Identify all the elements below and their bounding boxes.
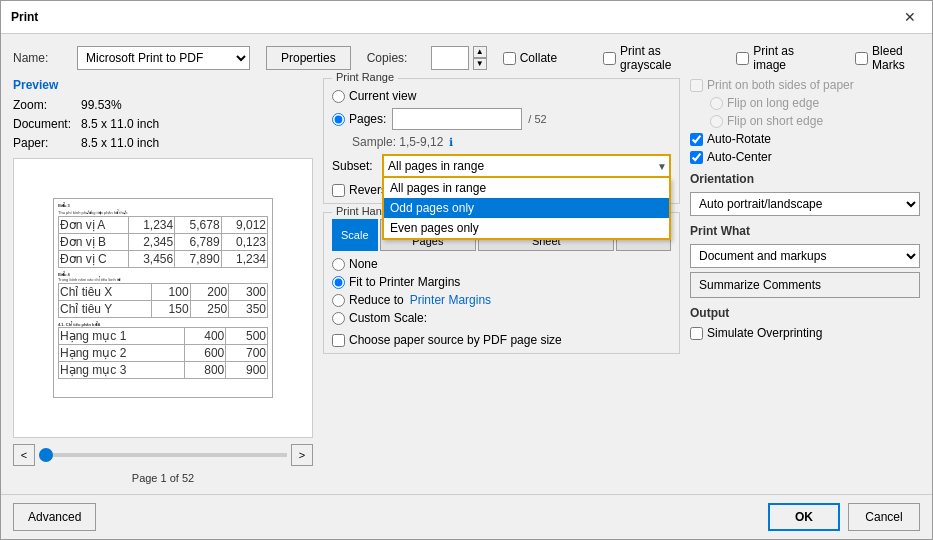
sample-row: Sample: 1,5-9,12 ℹ bbox=[332, 135, 671, 149]
choose-paper-checkbox[interactable] bbox=[332, 334, 345, 347]
output-title: Output bbox=[690, 306, 920, 320]
both-sides-checkbox[interactable] bbox=[690, 79, 703, 92]
print-range-group: Print Range Current view Pages: 1 - 52 bbox=[323, 78, 680, 204]
simulate-checkbox[interactable] bbox=[690, 327, 703, 340]
auto-center-checkbox[interactable] bbox=[690, 151, 703, 164]
none-radio[interactable] bbox=[332, 258, 345, 271]
ok-button[interactable]: OK bbox=[768, 503, 840, 531]
dropdown-item-all[interactable]: All pages in range bbox=[384, 178, 669, 198]
cancel-button[interactable]: Cancel bbox=[848, 503, 920, 531]
auto-rotate-label[interactable]: Auto-Rotate bbox=[690, 132, 920, 146]
output-section: Output Simulate Overprinting bbox=[690, 306, 920, 340]
print-what-select[interactable]: Document and markups bbox=[690, 244, 920, 268]
reduce-radio-label[interactable]: Reduce to bbox=[332, 293, 404, 307]
top-row: Name: Microsoft Print to PDF Properties … bbox=[13, 44, 920, 72]
page-info: Page 1 of 52 bbox=[13, 472, 313, 484]
grayscale-label[interactable]: Print as grayscale bbox=[603, 44, 690, 72]
print-dialog: Print ✕ Name: Microsoft Print to PDF Pro… bbox=[0, 0, 933, 540]
scale-options: None Fit to Printer Margins Reduce to Pr… bbox=[332, 257, 671, 347]
preview-meta: Zoom:99.53% Document:8.5 x 11.0 inch Pap… bbox=[13, 96, 313, 154]
auto-rotate-checkbox[interactable] bbox=[690, 133, 703, 146]
printer-select[interactable]: Microsoft Print to PDF bbox=[77, 46, 250, 70]
fit-margins-label[interactable]: Fit to Printer Margins bbox=[332, 275, 671, 289]
pages-row: Pages: 1 - 52 / 52 bbox=[332, 108, 671, 130]
copies-down[interactable]: ▼ bbox=[473, 58, 487, 70]
none-radio-label[interactable]: None bbox=[332, 257, 671, 271]
pages-input[interactable]: 1 - 52 bbox=[392, 108, 522, 130]
dialog-footer: Advanced OK Cancel bbox=[1, 494, 932, 539]
image-label[interactable]: Print as image bbox=[736, 44, 809, 72]
footer-right: OK Cancel bbox=[768, 503, 920, 531]
bleed-checkbox[interactable] bbox=[855, 52, 868, 65]
pages-radio-label[interactable]: Pages: bbox=[332, 112, 386, 126]
orientation-select[interactable]: Auto portrait/landscape bbox=[690, 192, 920, 216]
subset-label: Subset: bbox=[332, 159, 376, 173]
bleed-label[interactable]: Bleed Marks bbox=[855, 44, 920, 72]
main-content: Preview Zoom:99.53% Document:8.5 x 11.0 … bbox=[13, 78, 920, 484]
print-range-content: Current view Pages: 1 - 52 / 52 bbox=[332, 85, 671, 197]
both-sides-label[interactable]: Print on both sides of paper bbox=[690, 78, 920, 92]
print-range-title: Print Range bbox=[332, 71, 398, 83]
copies-label: Copies: bbox=[367, 51, 415, 65]
flip-short-radio[interactable] bbox=[710, 115, 723, 128]
flip-long-row: Flip on long edge bbox=[710, 96, 920, 110]
prev-page-button[interactable]: < bbox=[13, 444, 35, 466]
zoom-value: 99.53% bbox=[81, 98, 122, 112]
orientation-section: Orientation Auto portrait/landscape bbox=[690, 172, 920, 216]
reduce-radio[interactable] bbox=[332, 294, 345, 307]
subset-row: Subset: All pages in range Odd pages onl… bbox=[332, 154, 671, 178]
copies-input[interactable]: 1 bbox=[431, 46, 469, 70]
left-panel: Preview Zoom:99.53% Document:8.5 x 11.0 … bbox=[13, 78, 313, 484]
simulate-label[interactable]: Simulate Overprinting bbox=[690, 326, 822, 340]
custom-scale-radio-label[interactable]: Custom Scale: bbox=[332, 311, 427, 325]
next-page-button[interactable]: > bbox=[291, 444, 313, 466]
collate-label[interactable]: Collate bbox=[503, 51, 557, 65]
subset-dropdown-list: All pages in range Odd pages only Even p… bbox=[382, 178, 671, 240]
preview-document: Biểu 3 Thu phí bình phương tiện phân bổ … bbox=[53, 198, 273, 398]
auto-center-label[interactable]: Auto-Center bbox=[690, 150, 920, 164]
dropdown-item-odd[interactable]: Odd pages only bbox=[384, 198, 669, 218]
reverse-pages-checkbox[interactable] bbox=[332, 184, 345, 197]
collate-checkbox[interactable] bbox=[503, 52, 516, 65]
right-panel: Print on both sides of paper Flip on lon… bbox=[690, 78, 920, 484]
center-panel: Print Range Current view Pages: 1 - 52 bbox=[323, 78, 680, 484]
sample-text: Sample: 1,5-9,12 ℹ bbox=[352, 135, 453, 149]
title-bar: Print ✕ bbox=[1, 1, 932, 34]
copies-up[interactable]: ▲ bbox=[473, 46, 487, 58]
custom-scale-radio[interactable] bbox=[332, 312, 345, 325]
subset-select[interactable]: All pages in range Odd pages only Even p… bbox=[382, 154, 671, 178]
nav-bar: < > bbox=[13, 442, 313, 466]
copies-field: 1 ▲ ▼ bbox=[431, 46, 487, 70]
current-view-radio[interactable] bbox=[332, 90, 345, 103]
grayscale-checkbox[interactable] bbox=[603, 52, 616, 65]
choose-paper-row: Choose paper source by PDF page size bbox=[332, 333, 671, 347]
orientation-title: Orientation bbox=[690, 172, 920, 186]
current-view-label[interactable]: Current view bbox=[332, 89, 671, 103]
preview-label: Preview bbox=[13, 78, 313, 92]
choose-paper-label[interactable]: Choose paper source by PDF page size bbox=[332, 333, 562, 347]
properties-button[interactable]: Properties bbox=[266, 46, 351, 70]
pages-of: / 52 bbox=[528, 113, 546, 125]
document-key: Document: bbox=[13, 115, 81, 134]
page-slider[interactable] bbox=[39, 453, 287, 457]
preview-box: Biểu 3 Thu phí bình phương tiện phân bổ … bbox=[13, 158, 313, 438]
dialog-title: Print bbox=[11, 10, 38, 24]
flip-long-radio[interactable] bbox=[710, 97, 723, 110]
document-value: 8.5 x 11.0 inch bbox=[81, 117, 159, 131]
image-checkbox[interactable] bbox=[736, 52, 749, 65]
fit-margins-radio[interactable] bbox=[332, 276, 345, 289]
both-sides-section: Print on both sides of paper Flip on lon… bbox=[690, 78, 920, 164]
zoom-key: Zoom: bbox=[13, 96, 81, 115]
subset-select-wrapper: All pages in range Odd pages only Even p… bbox=[382, 154, 671, 178]
simulate-row: Simulate Overprinting bbox=[690, 326, 920, 340]
summarize-comments-button[interactable]: Summarize Comments bbox=[690, 272, 920, 298]
advanced-button[interactable]: Advanced bbox=[13, 503, 96, 531]
copies-spinner: ▲ ▼ bbox=[473, 46, 487, 70]
close-button[interactable]: ✕ bbox=[898, 7, 922, 27]
tab-scale[interactable]: Scale bbox=[332, 219, 378, 251]
info-icon[interactable]: ℹ bbox=[449, 136, 453, 148]
pages-radio[interactable] bbox=[332, 113, 345, 126]
printer-margins-link[interactable]: Printer Margins bbox=[410, 293, 491, 307]
dropdown-item-even[interactable]: Even pages only bbox=[384, 218, 669, 238]
custom-scale-row: Custom Scale: bbox=[332, 311, 671, 325]
